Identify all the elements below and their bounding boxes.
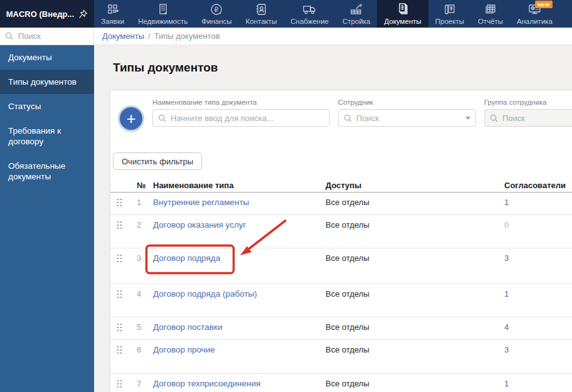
drag-handle-icon[interactable] bbox=[115, 322, 137, 334]
chevron-down-icon[interactable] bbox=[465, 117, 470, 120]
filter-employee: Сотрудник bbox=[338, 98, 476, 127]
search-icon bbox=[490, 114, 498, 122]
approvers-count[interactable]: 1 bbox=[504, 379, 572, 388]
breadcrumb-link[interactable]: Документы bbox=[102, 31, 144, 41]
approvers-count[interactable]: 3 bbox=[504, 345, 572, 354]
nav-item-dokumenty[interactable]: Документы bbox=[377, 0, 428, 28]
search-icon bbox=[158, 114, 166, 122]
filter-name-input[interactable] bbox=[171, 114, 324, 123]
sidebar: Документы Типы документов Статусы Требов… bbox=[0, 45, 94, 392]
main-content: Типы документов + Наименование типа доку… bbox=[94, 45, 572, 392]
doc-types-table: № Наименование типа Доступы Согласовател… bbox=[110, 178, 572, 392]
nav-item-proekty[interactable]: Проекты bbox=[428, 0, 471, 28]
type-name-link[interactable]: Договор оказания услуг bbox=[153, 220, 326, 230]
access-value: Все отделы bbox=[326, 253, 504, 263]
analytics-icon: NEW bbox=[527, 2, 543, 17]
sidebar-item-obyazatelnye[interactable]: Обязательные документы bbox=[0, 154, 94, 189]
table-row: 1 Внутренние регламенты Все отделы 1 bbox=[110, 193, 572, 215]
approvers-count[interactable]: 4 bbox=[504, 322, 572, 332]
sidebar-item-dokumenty[interactable]: Документы bbox=[0, 45, 94, 70]
truck-icon bbox=[302, 2, 317, 17]
grid-icon bbox=[106, 2, 120, 17]
new-badge: NEW bbox=[535, 1, 553, 8]
drag-handle-icon[interactable] bbox=[115, 379, 137, 391]
nav-label: Стройка bbox=[342, 18, 370, 25]
table-row: 4 Договор подряда (работы) Все отделы 1 bbox=[110, 284, 572, 317]
nav-item-nedvizhimost[interactable]: Недвижимость bbox=[131, 0, 194, 28]
filter-employee-input[interactable] bbox=[356, 114, 461, 123]
access-value: Все отделы bbox=[326, 220, 504, 230]
filter-bar: + Наименование типа документа Сотрудник … bbox=[110, 90, 572, 130]
nav-item-finansy[interactable]: ₽ Финансы bbox=[194, 0, 238, 28]
nav-item-analitika[interactable]: NEW Аналитика bbox=[510, 0, 559, 28]
main-nav: Заявки Недвижимость ₽ Финансы Контакты С… bbox=[94, 0, 559, 28]
type-name-link[interactable]: Договор техприсоединения bbox=[153, 379, 326, 388]
sidebar-item-trebovaniya[interactable]: Требования к договору bbox=[0, 119, 94, 154]
search-icon bbox=[344, 114, 352, 122]
contacts-icon bbox=[254, 2, 268, 17]
nav-item-zayavki[interactable]: Заявки bbox=[94, 0, 131, 28]
add-button[interactable]: + bbox=[120, 107, 142, 130]
nav-label: Контакты bbox=[246, 18, 277, 25]
sidebar-search bbox=[0, 28, 94, 45]
nav-label: Снабжение bbox=[290, 18, 329, 25]
filter-name: Наименование типа документа bbox=[152, 98, 330, 127]
type-name-link[interactable]: Договор подряда bbox=[153, 253, 326, 263]
row-number: 1 bbox=[137, 198, 153, 207]
filter-group-input[interactable] bbox=[502, 114, 572, 123]
filter-employee-select bbox=[338, 109, 476, 127]
table-header: № Наименование типа Доступы Согласовател… bbox=[110, 178, 572, 193]
breadcrumb: Документы / Типы документов bbox=[94, 28, 572, 45]
row-number: 2 bbox=[137, 220, 153, 230]
nav-item-stroyka[interactable]: Стройка bbox=[336, 0, 377, 28]
nav-item-snabzhenie[interactable]: Снабжение bbox=[283, 0, 336, 28]
type-name-link[interactable]: Договор прочие bbox=[153, 345, 326, 354]
drag-handle-icon[interactable] bbox=[115, 220, 137, 232]
documents-icon bbox=[396, 2, 410, 17]
nav-item-kontakty[interactable]: Контакты bbox=[239, 0, 284, 28]
type-name-link[interactable]: Договор подряда (работы) bbox=[153, 289, 326, 299]
drag-handle-icon[interactable] bbox=[115, 253, 137, 265]
app-title: MACRO (Внедр... bbox=[6, 9, 75, 19]
sidebar-item-tipy-dokumentov[interactable]: Типы документов bbox=[0, 70, 94, 94]
row-number: 6 bbox=[137, 345, 153, 354]
trowel-icon bbox=[349, 2, 363, 17]
filter-name-label: Наименование типа документа bbox=[152, 98, 330, 106]
filter-group-label: Группа сотрудника bbox=[484, 98, 572, 106]
approvers-count[interactable]: 3 bbox=[504, 253, 572, 263]
app-brand[interactable]: MACRO (Внедр... bbox=[0, 0, 94, 28]
access-value: Все отделы bbox=[326, 198, 504, 207]
sidebar-item-statusy[interactable]: Статусы bbox=[0, 94, 94, 119]
access-value: Все отделы bbox=[326, 289, 504, 299]
nav-label: Документы bbox=[384, 18, 421, 25]
drag-handle-icon[interactable] bbox=[115, 198, 137, 209]
table-row: 3 Договор подряда Все отделы 3 bbox=[110, 248, 572, 284]
sidebar-search-input[interactable] bbox=[18, 31, 88, 41]
filter-employee-label: Сотрудник bbox=[338, 98, 476, 106]
drag-handle-icon[interactable] bbox=[115, 345, 137, 357]
pin-icon[interactable] bbox=[78, 9, 88, 19]
type-name-link[interactable]: Договор поставки bbox=[153, 322, 326, 332]
access-value: Все отделы bbox=[326, 345, 504, 354]
type-name-link[interactable]: Внутренние регламенты bbox=[153, 198, 326, 207]
approvers-count[interactable]: 1 bbox=[504, 198, 572, 207]
drag-handle-icon[interactable] bbox=[115, 289, 137, 301]
nav-item-otchety[interactable]: Отчёты bbox=[471, 0, 510, 28]
row-number: 3 bbox=[137, 253, 153, 263]
breadcrumb-current: Типы документов bbox=[154, 31, 220, 41]
report-icon bbox=[484, 2, 497, 17]
table-row: 2 Договор оказания услуг Все отделы 0 bbox=[110, 215, 572, 248]
filter-group-inputbox bbox=[484, 109, 572, 127]
table-row: 7 Договор техприсоединения Все отделы 1 bbox=[110, 374, 572, 392]
approvers-count[interactable]: 0 bbox=[504, 220, 572, 230]
filter-group: Группа сотрудника bbox=[484, 98, 572, 127]
page-title: Типы документов bbox=[113, 61, 218, 75]
nav-label: Отчёты bbox=[478, 18, 503, 25]
content-card: + Наименование типа документа Сотрудник … bbox=[110, 90, 572, 392]
filter-name-inputbox bbox=[152, 109, 330, 127]
nav-label: Заявки bbox=[101, 18, 124, 25]
approvers-count[interactable]: 1 bbox=[504, 289, 572, 299]
clear-filters-button[interactable]: Очистить фильтры bbox=[113, 152, 202, 170]
row-number: 4 bbox=[137, 289, 153, 299]
col-name: Наименование типа bbox=[153, 181, 326, 190]
